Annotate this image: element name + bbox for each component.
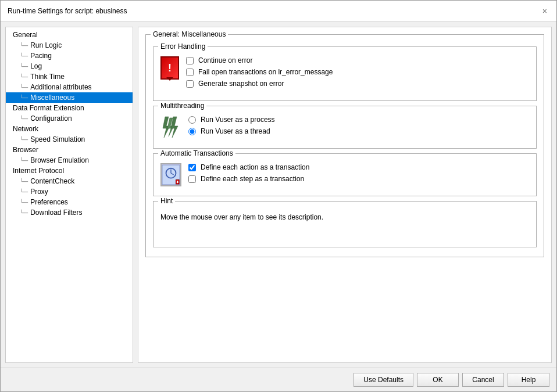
hint-content: Move the mouse over any item to see its … [160, 206, 529, 221]
sidebar-label-general: General [13, 31, 38, 39]
sidebar-item-internet-protocol[interactable]: Internet Protocol [6, 166, 133, 176]
error-icon: ! [160, 56, 179, 80]
help-button[interactable]: Help [508, 373, 549, 387]
sidebar-label-browser: Browser [13, 146, 38, 154]
run-as-process-label: Run Vuser as a process [201, 116, 275, 124]
multithreading-title: Multithreading [158, 102, 206, 110]
sidebar-item-pacing[interactable]: └─Pacing [6, 51, 133, 61]
auto-transactions-icon [160, 163, 181, 186]
run-as-process-row: Run Vuser as a process [188, 116, 275, 124]
multithreading-icon [160, 116, 181, 139]
bottom-bar: Use Defaults OK Cancel Help [1, 368, 556, 391]
multithreading-section: Multithreading [153, 106, 537, 149]
sidebar-label-pacing: Pacing [30, 52, 52, 60]
run-as-process-radio[interactable] [188, 116, 196, 124]
sidebar-item-configuration[interactable]: └─Configuration [6, 113, 133, 124]
sidebar-item-log[interactable]: └─Log [6, 61, 133, 71]
main-panel: General: Miscellaneous Error Handling ! [138, 27, 552, 363]
sidebar-item-browser[interactable]: Browser [6, 145, 133, 155]
fail-open-transactions-row: Fail open transactions on lr_error_messa… [186, 68, 333, 76]
sidebar-item-general[interactable]: General [6, 30, 133, 40]
sidebar-item-additional-attributes[interactable]: └─Additional attributes [6, 82, 133, 92]
hint-text: Move the mouse over any item to see its … [160, 213, 529, 221]
automatic-transactions-content: Define each action as a transaction Defi… [160, 159, 529, 186]
cancel-button[interactable]: Cancel [462, 373, 504, 387]
automatic-transactions-row: Define each action as a transaction Defi… [160, 163, 529, 186]
tree-prefix-log: └─ [20, 63, 28, 70]
automatic-transactions-checkboxes: Define each action as a transaction Defi… [188, 163, 309, 186]
tree-prefix-browser-emulation: └─ [20, 157, 28, 164]
use-defaults-button[interactable]: Use Defaults [354, 373, 413, 387]
sidebar-label-network: Network [13, 125, 38, 133]
error-handling-title: Error Handling [158, 42, 208, 51]
sidebar-label-think-time: Think Time [30, 73, 65, 81]
sidebar: General└─Run Logic└─Pacing└─Log└─Think T… [5, 27, 133, 363]
error-handling-content: ! Continue on error Fail open transactio… [160, 52, 529, 91]
tree-prefix-speed-simulation: └─ [20, 136, 28, 143]
panel-title-group: General: Miscellaneous Error Handling ! [145, 34, 544, 257]
sidebar-item-preferences[interactable]: └─Preferences [6, 197, 133, 207]
run-as-thread-radio[interactable] [188, 128, 196, 135]
sidebar-label-log: Log [30, 62, 42, 70]
close-button[interactable]: × [540, 5, 549, 17]
sidebar-label-internet-protocol: Internet Protocol [13, 167, 64, 175]
sidebar-label-proxy: Proxy [30, 188, 48, 196]
sidebar-item-network[interactable]: Network [6, 124, 133, 134]
sidebar-label-preferences: Preferences [30, 198, 68, 206]
sidebar-label-configuration: Configuration [30, 114, 72, 123]
multithreading-radios: Run Vuser as a process Run Vuser as a th… [188, 116, 275, 139]
sidebar-item-think-time[interactable]: └─Think Time [6, 71, 133, 82]
define-each-step-checkbox[interactable] [188, 175, 196, 183]
sidebar-label-data-format-extension: Data Format Extension [13, 104, 84, 112]
tree-prefix-preferences: └─ [20, 199, 28, 206]
sidebar-item-browser-emulation[interactable]: └─Browser Emulation [6, 155, 133, 166]
sidebar-item-run-logic[interactable]: └─Run Logic [6, 40, 133, 51]
continue-on-error-row: Continue on error [186, 56, 333, 64]
sidebar-label-run-logic: Run Logic [30, 41, 62, 49]
define-each-step-label: Define each step as a transaction [201, 175, 304, 183]
tree-prefix-run-logic: └─ [20, 42, 28, 49]
automatic-transactions-section: Automatic Transactions [153, 153, 537, 196]
panel-title: General: Miscellaneous [151, 30, 228, 38]
tree-prefix-additional-attributes: └─ [20, 84, 28, 91]
sidebar-label-browser-emulation: Browser Emulation [30, 156, 89, 164]
fail-open-transactions-checkbox[interactable] [186, 69, 194, 76]
tree-prefix-think-time: └─ [20, 74, 28, 80]
ok-button[interactable]: OK [417, 373, 459, 387]
sidebar-item-miscellaneous[interactable]: └─Miscellaneous [6, 92, 133, 103]
continue-on-error-label: Continue on error [198, 56, 252, 64]
multithreading-content: Run Vuser as a process Run Vuser as a th… [160, 111, 529, 139]
tree-prefix-download-filters: └─ [20, 210, 28, 216]
sidebar-label-additional-attributes: Additional attributes [30, 83, 91, 91]
sidebar-label-download-filters: Download Filters [30, 208, 82, 217]
sidebar-item-speed-simulation[interactable]: └─Speed Simulation [6, 134, 133, 145]
tree-prefix-pacing: └─ [20, 53, 28, 59]
sidebar-item-data-format-extension[interactable]: Data Format Extension [6, 103, 133, 113]
define-each-step-row: Define each step as a transaction [188, 175, 309, 183]
hint-section: Hint Move the mouse over any item to see… [153, 201, 537, 247]
sidebar-item-proxy[interactable]: └─Proxy [6, 186, 133, 197]
title-bar: Run-time Settings for script: ebusiness … [1, 1, 556, 22]
define-each-action-checkbox[interactable] [188, 164, 196, 171]
run-as-thread-row: Run Vuser as a thread [188, 127, 275, 135]
fail-open-transactions-label: Fail open transactions on lr_error_messa… [198, 68, 333, 76]
hint-title: Hint [158, 197, 175, 205]
tree-prefix-configuration: └─ [20, 116, 28, 122]
define-each-action-row: Define each action as a transaction [188, 163, 309, 171]
sidebar-label-miscellaneous: Miscellaneous [30, 93, 74, 102]
tree-prefix-content-check: └─ [20, 178, 28, 185]
tree-prefix-miscellaneous: └─ [20, 95, 28, 101]
automatic-transactions-title: Automatic Transactions [158, 149, 235, 157]
error-handling-row: ! Continue on error Fail open transactio… [160, 56, 529, 91]
sidebar-item-content-check[interactable]: └─ContentCheck [6, 176, 133, 186]
error-handling-section: Error Handling ! Continue on error [153, 46, 537, 101]
main-window: Run-time Settings for script: ebusiness … [0, 0, 557, 392]
generate-snapshot-checkbox[interactable] [186, 80, 194, 88]
generate-snapshot-label: Generate snapshot on error [198, 80, 284, 88]
run-as-thread-label: Run Vuser as a thread [201, 127, 270, 135]
sidebar-item-download-filters[interactable]: └─Download Filters [6, 207, 133, 218]
generate-snapshot-row: Generate snapshot on error [186, 80, 333, 88]
define-each-action-label: Define each action as a transaction [201, 163, 309, 171]
tree-prefix-proxy: └─ [20, 189, 28, 195]
continue-on-error-checkbox[interactable] [186, 57, 194, 64]
